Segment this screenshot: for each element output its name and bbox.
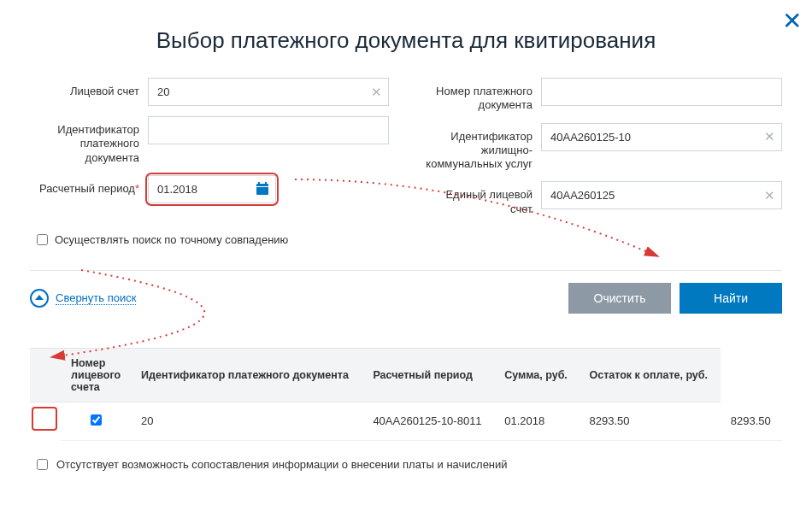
svg-rect-2 [258, 182, 260, 185]
col-account: Номер лицевого счета [61, 348, 131, 402]
divider [30, 270, 782, 271]
find-button[interactable]: Найти [680, 283, 782, 314]
table-row: 20 40АА260125-10-8011 01.2018 8293.50 82… [30, 402, 782, 440]
no-match-label: Отсутствует возможность сопоставления ин… [56, 458, 508, 471]
unified-account-input[interactable] [541, 181, 782, 209]
service-id-input[interactable] [541, 123, 782, 151]
modal-title: Выбор платежного документа для квитирова… [30, 27, 782, 54]
col-period: Расчетный период [362, 348, 494, 402]
cell-doc-id: 40АА260125-10-8011 [362, 402, 494, 440]
calendar-icon[interactable] [256, 182, 269, 196]
col-doc-id: Идентификатор платежного документа [131, 348, 362, 402]
cell-sum: 8293.50 [580, 402, 721, 440]
exact-search-checkbox[interactable] [37, 234, 48, 245]
chevron-up-icon [30, 289, 49, 308]
cell-account: 20 [131, 402, 362, 440]
cell-period: 01.2018 [494, 402, 579, 440]
clear-icon[interactable]: ✕ [764, 188, 775, 203]
close-icon[interactable]: ✕ [782, 7, 802, 35]
exact-search-label: Осуществлять поиск по точному совпадению [55, 233, 288, 246]
service-id-label: Идентификатор жилищно-коммунальных услуг [423, 123, 541, 172]
no-match-checkbox[interactable] [37, 459, 48, 470]
doc-number-label: Номер платежного документа [423, 78, 541, 113]
doc-id-input[interactable] [148, 116, 389, 144]
svg-rect-1 [256, 186, 268, 187]
row-checkbox[interactable] [91, 414, 102, 426]
collapse-search-link[interactable]: Свернуть поиск [30, 289, 136, 308]
clear-icon[interactable]: ✕ [764, 129, 775, 144]
account-label: Лицевой счет [30, 78, 148, 98]
col-remainder: Остаток к оплате, руб. [580, 348, 721, 402]
results-table: Номер лицевого счета Идентификатор плате… [30, 348, 782, 441]
unified-account-label: Единый лицевой счет [423, 181, 541, 216]
period-label: Расчетный период* [30, 175, 148, 196]
clear-icon[interactable]: ✕ [371, 85, 382, 100]
col-sum: Сумма, руб. [494, 348, 579, 402]
doc-id-label: Идентификатор платежного документа [30, 116, 148, 165]
doc-number-input[interactable] [541, 78, 782, 106]
clear-button[interactable]: Очистить [568, 283, 671, 314]
col-checkbox [30, 348, 61, 402]
cell-remainder: 8293.50 [721, 402, 782, 440]
svg-rect-3 [265, 182, 267, 185]
account-input[interactable] [148, 78, 389, 106]
